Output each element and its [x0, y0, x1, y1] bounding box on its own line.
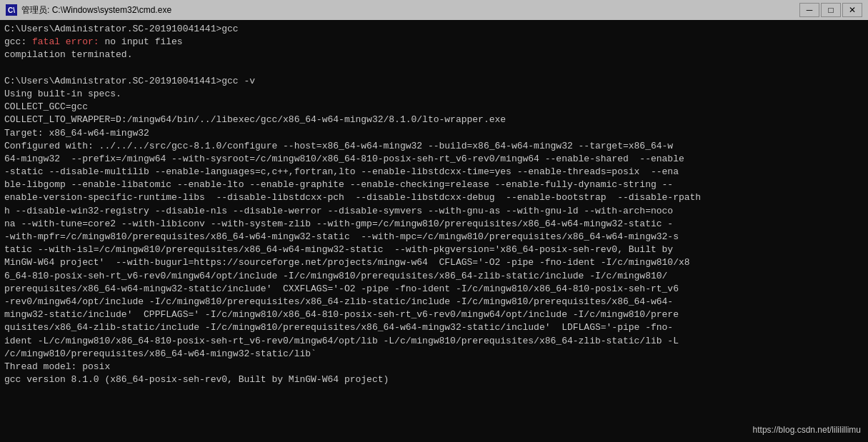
- line-12: gcc version 8.1.0 (x86_64-posix-seh-rev0…: [4, 373, 864, 386]
- window: C\ 管理员: C:\Windows\system32\cmd.exe ─ □ …: [0, 0, 868, 442]
- terminal-content: C:\Users\Administrator.SC-201910041441>g…: [0, 20, 868, 442]
- line-7: COLLECT_GCC=gcc: [4, 101, 864, 114]
- line-4: [4, 62, 864, 75]
- line-10: Configured with: ../../../src/gcc-8.1.0/…: [4, 140, 864, 361]
- title-bar: C\ 管理员: C:\Windows\system32\cmd.exe ─ □ …: [0, 0, 868, 20]
- maximize-button[interactable]: □: [821, 3, 841, 17]
- minimize-button[interactable]: ─: [799, 3, 819, 17]
- cmd-icon: C\: [6, 4, 17, 16]
- line-2: gcc: fatal error: no input files: [4, 36, 864, 49]
- window-title: 管理员: C:\Windows\system32\cmd.exe: [21, 4, 171, 16]
- line-8: COLLECT_LTO_WRAPPER=D:/mingw64/bin/../li…: [4, 114, 864, 126]
- line-5: C:\Users\Administrator.SC-201910041441>g…: [4, 75, 864, 88]
- line-6: Using built-in specs.: [4, 88, 864, 101]
- close-button[interactable]: ✕: [842, 3, 862, 17]
- title-bar-left: C\ 管理员: C:\Windows\system32\cmd.exe: [6, 4, 171, 16]
- line-1: C:\Users\Administrator.SC-201910041441>g…: [4, 23, 864, 36]
- window-controls: ─ □ ✕: [799, 3, 862, 17]
- watermark: https://blog.csdn.net/lililillimu: [753, 425, 861, 435]
- line-11: Thread model: posix: [4, 361, 864, 373]
- line-3: compilation terminated.: [4, 49, 864, 61]
- line-9: Target: x86_64-w64-mingw32: [4, 127, 864, 140]
